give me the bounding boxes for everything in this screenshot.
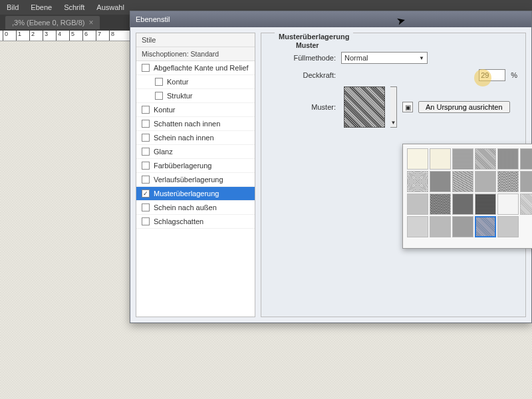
style-outer-glow[interactable]: Schein nach außen [136,201,255,215]
opacity-label: Deckkraft: [288,71,336,79]
layer-style-dialog: Ebenenstil Stile Mischoptionen: Standard… [130,11,532,323]
checkbox-icon[interactable] [142,162,150,170]
pattern-grid [407,148,532,237]
document-tab[interactable]: ,3% (Ebene 0, RGB/8) × [5,16,100,29]
pattern-swatch-selected[interactable] [475,216,496,237]
ruler-tick: 8 [109,31,114,41]
ruler-tick: 2 [29,31,35,41]
styles-list-panel: Stile Mischoptionen: Standard Abgeflacht… [136,33,255,317]
blend-mode-value: Normal [344,54,368,62]
pattern-swatch[interactable] [452,171,473,192]
pattern-swatch[interactable] [497,171,519,192]
blending-options-header[interactable]: Mischoptionen: Standard [136,47,255,61]
pattern-swatch[interactable] [520,171,532,192]
checkbox-icon[interactable] [142,203,150,211]
ruler-tick: 4 [56,31,61,41]
dialog-titlebar[interactable]: Ebenenstil [130,11,531,27]
pattern-swatch[interactable] [497,216,519,237]
pattern-row: Muster: ▼ ▣ An Ursprung ausrichten [269,84,517,130]
menu-schrift[interactable]: Schrift [64,3,84,11]
styles-header[interactable]: Stile [136,33,255,47]
pattern-swatch[interactable] [475,171,496,192]
checkbox-icon[interactable] [142,120,150,128]
snap-to-origin-button[interactable]: An Ursprung ausrichten [418,101,510,113]
percent-symbol: % [511,71,517,79]
style-drop-shadow[interactable]: Schlagschatten [136,215,255,229]
fillmethod-label: Füllmethode: [288,54,336,62]
pattern-swatch[interactable] [475,148,496,170]
checkbox-icon[interactable] [142,134,150,142]
pattern-dropdown-icon[interactable]: ▼ [390,86,397,128]
pattern-label: Muster: [288,103,336,111]
style-gradient-overlay[interactable]: Verlaufsüberlagerung [136,173,255,187]
ruler-tick: 5 [69,31,74,41]
style-struktur-sub[interactable]: Struktur [136,89,255,103]
pattern-swatch[interactable] [430,171,451,192]
checkbox-icon[interactable] [142,106,150,114]
ruler-tick: 7 [96,31,101,41]
style-color-overlay[interactable]: Farbüberlagerung [136,159,255,173]
chevron-down-icon: ▼ [419,55,424,61]
pattern-swatch[interactable] [407,216,428,237]
checkbox-icon[interactable] [142,148,150,156]
opacity-input[interactable]: 29 [479,69,505,81]
blend-mode-row: Füllmethode: Normal ▼ [269,49,517,66]
style-inner-glow[interactable]: Schein nach innen [136,131,255,145]
style-pattern-overlay[interactable]: ✓Musterüberlagerung [136,187,255,201]
checkbox-icon[interactable]: ✓ [142,190,150,198]
pattern-swatch[interactable] [520,194,532,215]
checkbox-icon[interactable] [155,78,163,86]
style-satin[interactable]: Glanz [136,145,255,159]
settings-panel: Musterüberlagerung Muster Füllmethode: N… [261,33,526,317]
sub-title: Muster [296,41,517,49]
pattern-swatch[interactable] [497,148,519,170]
pattern-swatch[interactable] [452,148,473,170]
menu-bild[interactable]: Bild [7,3,19,11]
pattern-swatch[interactable] [452,216,473,237]
pattern-picker-popup: ⚙ ▸ [402,144,532,249]
pattern-swatch[interactable] [520,148,532,170]
document-tab-label: ,3% (Ebene 0, RGB/8) [12,19,84,27]
ruler-tick: 6 [82,31,88,41]
pattern-swatch[interactable] [475,194,496,215]
pattern-swatch[interactable] [497,194,519,215]
checkbox-icon[interactable] [142,64,150,72]
pattern-preview[interactable] [344,86,385,128]
group-title: Musterüberlagerung [275,33,353,41]
style-kontur[interactable]: Kontur [136,103,255,117]
ruler-tick: 1 [16,31,21,41]
checkbox-icon[interactable] [142,176,150,184]
snap-icon[interactable]: ▣ [402,102,413,112]
ruler-tick: 0 [3,31,8,41]
pattern-swatch[interactable] [407,171,428,192]
checkbox-icon[interactable] [142,217,150,225]
pattern-swatch[interactable] [452,194,473,215]
menu-ebene[interactable]: Ebene [31,3,52,11]
style-inner-shadow[interactable]: Schatten nach innen [136,117,255,131]
opacity-row: Deckkraft: 29 % [269,66,517,84]
close-icon[interactable]: × [88,18,93,27]
blend-mode-select[interactable]: Normal ▼ [341,52,428,64]
menu-auswahl[interactable]: Auswahl [96,3,124,11]
pattern-swatch[interactable] [430,148,451,170]
dialog-title: Ebenenstil [136,15,170,23]
pattern-swatch[interactable] [407,148,428,170]
ruler-tick: 3 [43,31,48,41]
pattern-swatch[interactable] [407,194,428,215]
style-kontur-sub[interactable]: Kontur [136,75,255,89]
style-bevel[interactable]: Abgeflachte Kante und Relief [136,61,255,75]
pattern-swatch[interactable] [430,194,451,215]
checkbox-icon[interactable] [155,92,163,100]
pattern-swatch[interactable] [430,216,451,237]
